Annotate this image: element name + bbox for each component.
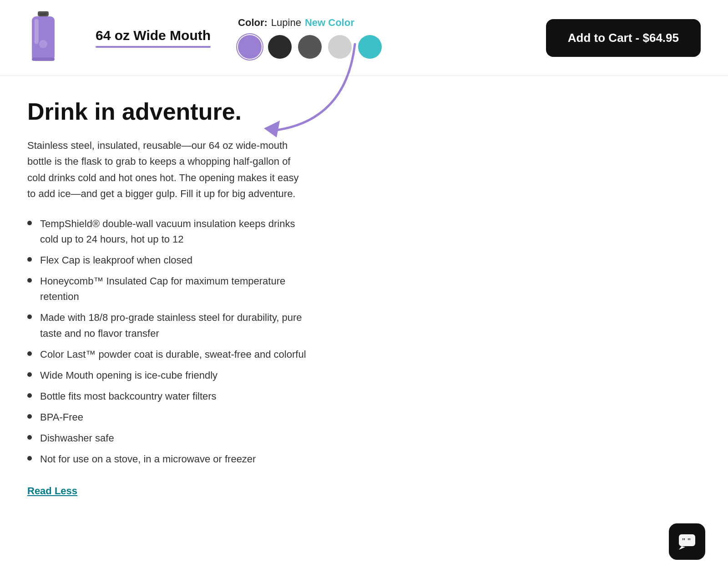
bullet-dot: [27, 414, 32, 419]
list-item: Wide Mouth opening is ice-cube friendly: [27, 368, 309, 383]
feature-text: BPA-Free: [40, 410, 83, 425]
list-item: TempShield® double-wall vacuum insulatio…: [27, 216, 309, 247]
svg-rect-5: [32, 57, 55, 61]
bullet-dot: [27, 351, 32, 356]
list-item: Honeycomb™ Insulated Cap for maximum tem…: [27, 274, 309, 304]
feature-text: Wide Mouth opening is ice-cube friendly: [40, 368, 217, 383]
feature-text: Bottle fits most backcountry water filte…: [40, 389, 217, 404]
feature-text: Honeycomb™ Insulated Cap for maximum tem…: [40, 274, 309, 304]
top-bar: 64 oz Wide Mouth Color: Lupine New Color…: [0, 0, 728, 76]
swatch-black[interactable]: [268, 35, 292, 59]
feature-text: Dishwasher safe: [40, 431, 114, 446]
list-item: BPA-Free: [27, 410, 309, 425]
product-thumbnail: [18, 8, 68, 67]
product-title-block: 64 oz Wide Mouth: [96, 28, 211, 48]
feature-text: TempShield® double-wall vacuum insulatio…: [40, 216, 309, 247]
swatch-lupine[interactable]: [238, 35, 262, 59]
bullet-dot: [27, 314, 32, 319]
feature-text: Not for use on a stove, in a microwave o…: [40, 451, 256, 467]
bullet-dot: [27, 221, 32, 225]
list-item: Made with 18/8 pro-grade stainless steel…: [27, 310, 309, 341]
list-item: Bottle fits most backcountry water filte…: [27, 389, 309, 404]
color-value-label: Lupine: [271, 17, 301, 29]
color-swatches: [238, 35, 519, 59]
bullet-dot: [27, 372, 32, 377]
product-title: 64 oz Wide Mouth: [96, 28, 211, 44]
svg-rect-3: [35, 19, 39, 44]
feature-text: Flex Cap is leakproof when closed: [40, 253, 192, 268]
swatch-teal[interactable]: [358, 35, 382, 59]
swatch-slate[interactable]: [298, 35, 322, 59]
swatch-fog[interactable]: [328, 35, 352, 59]
page-headline: Drink in adventure.: [27, 99, 701, 125]
bullet-dot: [27, 435, 32, 440]
color-selector-block: Color: Lupine New Color: [238, 17, 519, 59]
bullet-dot: [27, 456, 32, 461]
list-item: Not for use on a stove, in a microwave o…: [27, 451, 309, 467]
feature-text: Made with 18/8 pro-grade stainless steel…: [40, 310, 309, 341]
title-underline: [96, 46, 211, 48]
svg-text:": ": [682, 537, 686, 545]
chat-widget-button[interactable]: " ": [669, 523, 705, 560]
list-item: Dishwasher safe: [27, 431, 309, 446]
bullet-dot: [27, 278, 32, 283]
read-less-link[interactable]: Read Less: [27, 485, 77, 497]
svg-text:": ": [687, 537, 691, 545]
features-list: TempShield® double-wall vacuum insulatio…: [27, 216, 309, 467]
color-label-row: Color: Lupine New Color: [238, 17, 519, 29]
list-item: Flex Cap is leakproof when closed: [27, 253, 309, 268]
svg-rect-1: [40, 13, 47, 16]
list-item: Color Last™ powder coat is durable, swea…: [27, 347, 309, 362]
bullet-dot: [27, 257, 32, 262]
new-color-badge: New Color: [305, 17, 354, 29]
color-label: Color:: [238, 17, 268, 29]
add-to-cart-button[interactable]: Add to Cart - $64.95: [546, 19, 701, 57]
feature-text: Color Last™ powder coat is durable, swea…: [40, 347, 306, 362]
chat-icon: " ": [677, 532, 697, 552]
bullet-dot: [27, 393, 32, 398]
svg-point-4: [39, 40, 47, 48]
main-content: Drink in adventure. Stainless steel, ins…: [0, 76, 728, 524]
product-description: Stainless steel, insulated, reusable—our…: [27, 137, 309, 202]
